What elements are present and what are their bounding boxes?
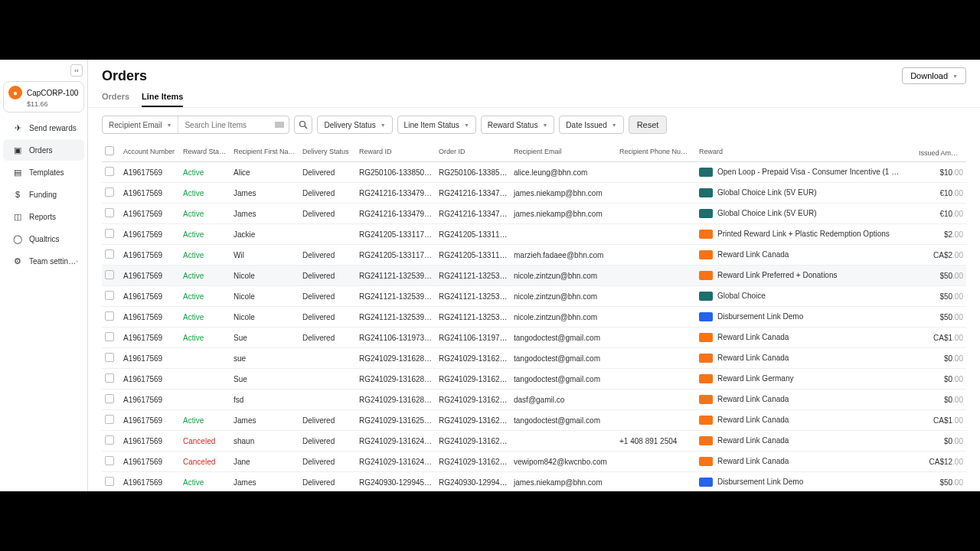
table-row[interactable]: A19617569 Active Wil Delivered RG241205-… [102,245,966,266]
row-checkbox[interactable] [105,373,114,383]
svg-line-1 [305,126,307,129]
reward-swatch-icon [699,168,713,177]
search-category-select[interactable]: Recipient Email ▼ [103,116,178,133]
filter-delivery-status[interactable]: Delivery Status▼ [317,116,392,134]
table-row[interactable]: A19617569 Active Nicole Delivered RG2411… [102,266,966,286]
cell-account: A19617569 [120,245,180,266]
sidebar-item-reports[interactable]: ◫ Reports [3,206,84,227]
cell-amount: CA$1.00 [916,410,966,431]
table-row[interactable]: A19617569 Canceled shaun Delivered RG241… [102,431,966,452]
row-checkbox[interactable] [105,456,114,465]
columns-settings-icon[interactable] [960,146,966,157]
row-checkbox[interactable] [105,187,114,197]
cell-email [511,431,616,452]
cell-account: A19617569 [120,348,180,369]
column-header[interactable] [102,142,120,162]
search-input[interactable] [178,116,270,133]
table-row[interactable]: A19617569 Active Sue Delivered RG241106-… [102,328,966,348]
barcode-icon[interactable] [270,116,289,133]
column-header[interactable]: Reward Status [180,142,230,162]
row-checkbox[interactable] [105,353,114,362]
row-checkbox[interactable] [105,249,114,259]
cell-reward-status: Canceled [180,431,230,452]
chevron-left-icon: ‹‹ [74,67,78,74]
column-header[interactable]: Order ID [436,142,511,162]
row-checkbox[interactable] [105,394,114,403]
row-checkbox[interactable] [105,332,114,341]
cell-reward: Reward Link Canada [696,245,916,266]
row-checkbox[interactable] [105,291,114,300]
table-row[interactable]: A19617569 fsd RG241029-131628-25-1 RG241… [102,390,966,410]
table-row[interactable]: A19617569 Sue RG241029-131628-30-1 RG241… [102,369,966,390]
cell-delivery-status: Delivered [299,286,356,307]
sidebar-item-orders[interactable]: ▣ Orders [3,139,84,161]
cell-reward: Global Choice Link (5V EUR) [696,183,916,204]
table-row[interactable]: A19617569 Active Jackie RG241205-133117-… [102,224,966,245]
tab-orders[interactable]: Orders [102,92,129,107]
download-button[interactable]: Download ▼ [902,67,966,84]
main-content: Orders Download ▼ OrdersLine Items Recip… [88,60,980,491]
cell-delivery-status: Delivered [299,328,356,348]
sidebar-item-templates[interactable]: ▤ Templates [3,161,84,183]
cell-reward: Reward Link Canada [696,348,916,369]
row-checkbox[interactable] [105,311,114,321]
cell-delivery-status: Delivered [299,472,356,492]
table-scroll[interactable]: Account NumberReward StatusRecipient Fir… [88,142,980,491]
sidebar: ‹‹ ● CapCORP-100 $11.66 ✈ Send rewards ▣… [0,60,88,491]
table-row[interactable]: A19617569 Canceled Jane Delivered RG2410… [102,452,966,472]
table-row[interactable]: A19617569 Active James Delivered RG24093… [102,472,966,492]
column-header[interactable]: Delivery Status [299,142,356,162]
tab-line-items[interactable]: Line Items [142,92,183,107]
filter-line-item-status[interactable]: Line Item Status▼ [397,116,476,134]
search-button[interactable] [294,116,312,134]
cell-reward: Reward Link Canada [696,452,916,472]
account-selector[interactable]: ● CapCORP-100 $11.66 [3,81,84,112]
column-header[interactable]: Recipient First Name [230,142,299,162]
column-header[interactable]: Recipient Email [511,142,616,162]
cell-reward-status [180,348,230,369]
cell-phone [616,266,696,286]
filter-date-issued[interactable]: Date Issued▼ [559,116,623,134]
cell-email: james.niekamp@bhn.com [511,472,616,492]
cell-reward-status: Active [180,162,230,183]
chevron-down-icon: ▼ [381,122,386,128]
column-header[interactable]: Reward ID [356,142,436,162]
row-checkbox[interactable] [105,415,114,424]
cell-reward-id: RG241216-133479-49-1 [356,204,436,224]
cell-account: A19617569 [120,431,180,452]
row-checkbox[interactable] [105,270,114,279]
sidebar-collapse-button[interactable]: ‹‹ [70,64,83,77]
column-header[interactable]: Account Number [120,142,180,162]
cell-order-id: RG241216-133479-53 [436,183,511,204]
cell-email: tangodoctest@gmail.com [511,410,616,431]
column-header[interactable]: Reward [696,142,916,162]
sidebar-item-funding[interactable]: $ Funding [3,184,84,205]
row-checkbox[interactable] [105,167,114,176]
sidebar-item-qualtrics[interactable]: ◯ Qualtrics [3,228,84,249]
cell-amount: $0.00 [916,390,966,410]
cell-account: A19617569 [120,472,180,492]
column-header[interactable]: Recipient Phone Number [616,142,696,162]
table-row[interactable]: A19617569 sue RG241029-131628-38-1 RG241… [102,348,966,369]
sidebar-item-team-settings[interactable]: ⚙ Team settings › [3,250,84,272]
row-checkbox[interactable] [105,229,114,238]
column-header[interactable]: Issued Am… [916,142,966,162]
cell-first-name: Jane [230,452,299,472]
select-all-checkbox[interactable] [105,146,114,155]
table-row[interactable]: A19617569 Active James Delivered RG24121… [102,183,966,204]
table-row[interactable]: A19617569 Active Alice Delivered RG25010… [102,162,966,183]
row-checkbox[interactable] [105,208,114,217]
reset-button[interactable]: Reset [629,116,668,134]
cell-reward-status: Canceled [180,452,230,472]
table-row[interactable]: A19617569 Active Nicole Delivered RG2411… [102,286,966,307]
cell-amount: $2.00 [916,224,966,245]
table-row[interactable]: A19617569 Active James Delivered RG24121… [102,204,966,224]
row-checkbox[interactable] [105,435,114,445]
row-checkbox[interactable] [105,477,114,486]
cell-delivery-status [299,390,356,410]
cell-amount: CA$1.00 [916,328,966,348]
table-row[interactable]: A19617569 Active James Delivered RG24102… [102,410,966,431]
table-row[interactable]: A19617569 Active Nicole Delivered RG2411… [102,307,966,328]
sidebar-item-send-rewards[interactable]: ✈ Send rewards [3,117,84,139]
filter-reward-status[interactable]: Reward Status▼ [481,116,555,134]
